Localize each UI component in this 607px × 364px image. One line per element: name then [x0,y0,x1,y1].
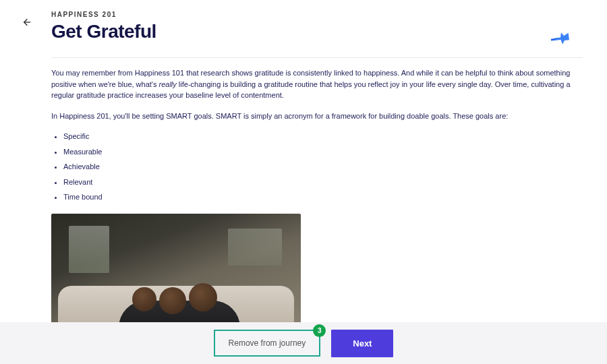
intro-paragraph: You may remember from Happiness 101 that… [51,67,583,101]
next-button-label: Next [353,338,372,348]
goals-list: Specific Measurable Achievable Relevant … [51,131,583,203]
back-arrow-icon [21,17,32,28]
remove-from-journey-button[interactable]: Remove from journey 3 [214,330,321,357]
remove-badge: 3 [313,324,326,337]
next-button[interactable]: Next [331,330,393,357]
list-item: Specific [63,131,583,142]
list-item: Measurable [63,146,583,158]
list-item: Achievable [63,161,583,173]
section-divider [51,57,583,58]
smart-paragraph: In Happiness 201, you'll be setting SMAR… [51,111,583,122]
page-title: Get Grateful [51,21,583,42]
svg-rect-0 [551,38,556,40]
hero-image [51,214,301,332]
intro-emphasis: really [159,80,177,88]
list-item: Time bound [63,191,583,203]
list-item: Relevant [63,177,583,188]
back-button[interactable] [19,15,34,30]
course-eyebrow: HAPPINESS 201 [51,11,583,18]
action-footer: Remove from journey 3 Next [0,322,607,364]
article-body: You may remember from Happiness 101 that… [51,67,583,203]
remove-button-label: Remove from journey [229,338,306,348]
